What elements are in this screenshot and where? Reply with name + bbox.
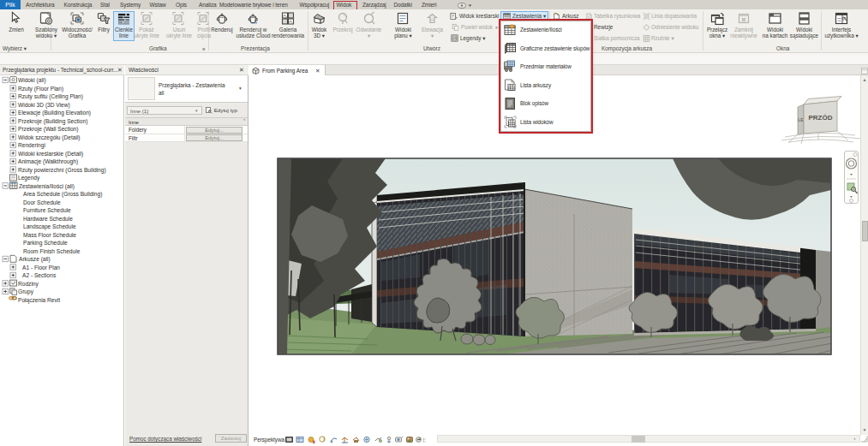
svg-text:LE: LE [798,117,804,122]
svg-text:PRZÓD: PRZÓD [809,114,833,122]
